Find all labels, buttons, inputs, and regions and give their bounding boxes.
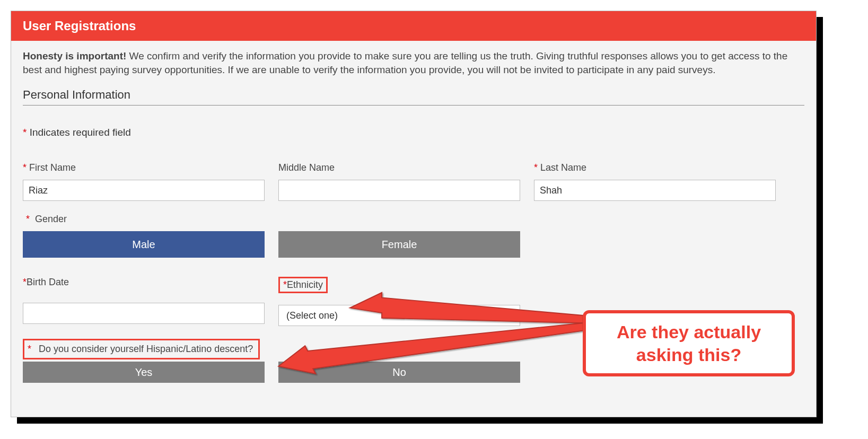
ethnicity-label: *Ethnicity	[278, 277, 520, 293]
asterisk-icon: *	[534, 162, 538, 173]
hispanic-no-col: No	[278, 362, 520, 383]
required-note: * Indicates required field	[23, 127, 804, 138]
section-title: Personal Information	[23, 88, 804, 106]
gender-female-button[interactable]: Female	[278, 231, 520, 258]
birth-date-label: *Birth Date	[23, 277, 265, 288]
gender-row: Male Female	[23, 231, 804, 258]
birth-date-label-text: Birth Date	[27, 277, 69, 287]
first-name-label-text: First Name	[29, 162, 76, 173]
gender-label-text: Gender	[35, 214, 67, 224]
first-name-input[interactable]	[23, 180, 265, 201]
panel-body: Honesty is important! We confirm and ver…	[11, 41, 816, 417]
page-title: User Registrations	[23, 19, 136, 33]
last-name-label-text: Last Name	[540, 162, 586, 173]
ethnicity-label-text: Ethnicity	[287, 279, 323, 290]
hispanic-label-box: *Do you consider yourself Hispanic/Latin…	[23, 339, 260, 359]
ethnicity-col: *Ethnicity (Select one)	[278, 277, 520, 326]
first-name-label: * First Name	[23, 162, 265, 173]
gender-female-text: Female	[382, 239, 417, 251]
gender-female-col: Female	[278, 231, 520, 258]
panel-header: User Registrations	[11, 11, 816, 41]
asterisk-icon: *	[23, 162, 27, 173]
first-name-col: * First Name	[23, 162, 265, 201]
gender-male-button[interactable]: Male	[23, 231, 265, 258]
middle-name-input[interactable]	[278, 180, 520, 201]
hispanic-yes-button[interactable]: Yes	[23, 362, 265, 383]
hispanic-section: *Do you consider yourself Hispanic/Latin…	[23, 339, 804, 383]
hispanic-no-text: No	[392, 366, 406, 379]
birth-date-input[interactable]	[23, 303, 265, 324]
ethnicity-select[interactable]: (Select one)	[278, 305, 520, 326]
last-name-input[interactable]	[534, 180, 776, 201]
hispanic-yes-col: Yes	[23, 362, 265, 383]
intro-rest: We confirm and verify the information yo…	[23, 50, 787, 75]
asterisk-icon: *	[283, 279, 287, 290]
middle-name-col: Middle Name	[278, 162, 520, 201]
hispanic-row: Yes No	[23, 362, 804, 383]
middle-name-label: Middle Name	[278, 162, 520, 173]
last-name-label: * Last Name	[534, 162, 776, 173]
required-note-text: Indicates required field	[27, 127, 130, 138]
hispanic-yes-text: Yes	[135, 366, 153, 379]
asterisk-icon: *	[28, 344, 31, 354]
last-name-col: * Last Name	[534, 162, 776, 201]
birth-ethnicity-row: *Birth Date *Ethnicity (Select one)	[23, 277, 804, 326]
intro-text: Honesty is important! We confirm and ver…	[23, 49, 804, 76]
gender-male-text: Male	[132, 239, 155, 251]
hispanic-no-button[interactable]: No	[278, 362, 520, 383]
asterisk-icon: *	[23, 277, 27, 287]
registration-panel: User Registrations Honesty is important!…	[11, 11, 817, 417]
name-row: * First Name Middle Name * Last Name	[23, 162, 804, 201]
asterisk-icon: *	[26, 214, 30, 224]
birth-date-col: *Birth Date	[23, 277, 265, 324]
gender-label: * Gender	[26, 214, 804, 225]
gender-male-col: Male	[23, 231, 265, 258]
hispanic-label-text: Do you consider yourself Hispanic/Latino…	[39, 344, 253, 354]
intro-bold: Honesty is important!	[23, 50, 126, 62]
